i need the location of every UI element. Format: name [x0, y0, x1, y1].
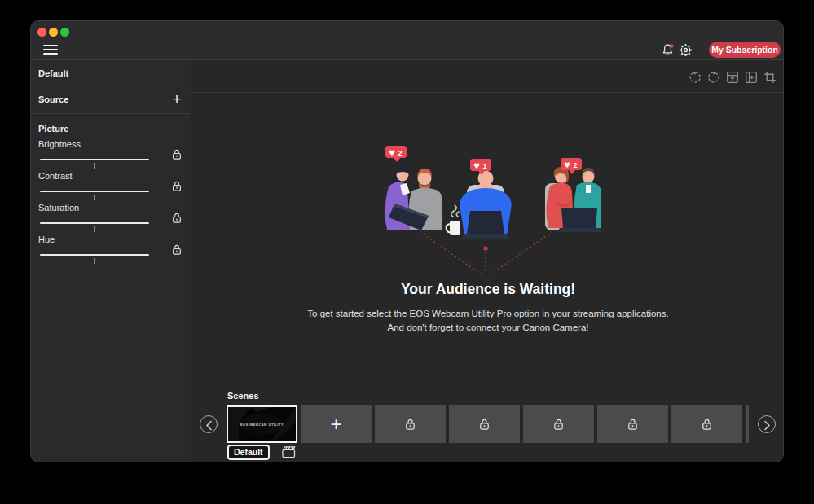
svg-text:2: 2: [398, 149, 402, 157]
lock-icon: [552, 418, 565, 431]
saturation-label: Saturation: [38, 203, 79, 213]
locked-scene-thumbnail[interactable]: [449, 405, 520, 443]
close-button[interactable]: [37, 28, 46, 37]
lock-icon: [404, 418, 416, 431]
titlebar: [31, 21, 783, 39]
scene-thumbnail-strip: EOS WEBCAM UTILITY +: [227, 405, 749, 443]
preview-toolbar: [191, 61, 784, 93]
my-subscription-button[interactable]: My Subscription: [709, 42, 781, 58]
slider-center-tick: [94, 226, 95, 232]
instruction-line-2: And don't forget to connect your Canon C…: [191, 322, 784, 332]
svg-text:♥: ♥: [473, 162, 480, 170]
svg-text:♥: ♥: [564, 161, 570, 169]
flip-horizontal-icon[interactable]: [745, 71, 758, 84]
scenes-next-button[interactable]: [758, 415, 776, 433]
plus-icon: +: [330, 413, 341, 436]
crop-icon[interactable]: [763, 71, 777, 84]
brightness-slider[interactable]: [40, 159, 149, 160]
zoom-button[interactable]: [60, 28, 69, 37]
scenes-prev-button[interactable]: [200, 415, 218, 433]
lock-icon: [627, 418, 639, 431]
svg-text:1: 1: [482, 162, 486, 170]
contrast-slider[interactable]: [40, 191, 149, 192]
locked-scene-thumbnail[interactable]: [746, 405, 749, 443]
hue-label: Hue: [38, 234, 55, 244]
rotate-left-icon[interactable]: [689, 71, 702, 84]
profile-row-default[interactable]: Default: [31, 61, 191, 85]
slider-center-tick: [94, 163, 95, 169]
locked-scene-thumbnail[interactable]: [671, 405, 742, 443]
scene-name-field[interactable]: Default: [227, 445, 270, 460]
hamburger-menu-icon[interactable]: [43, 44, 58, 55]
audience-group-center: [447, 167, 512, 239]
locked-scene-thumbnail[interactable]: [375, 405, 446, 443]
saturation-slider-group: Saturation: [31, 203, 191, 234]
profile-label: Default: [38, 68, 68, 78]
audience-group-right: [545, 167, 601, 232]
lock-icon[interactable]: [171, 180, 183, 192]
rotate-right-icon[interactable]: [707, 71, 720, 84]
main-area: ♥ 2 ♥ 1 ♥ 2 Your Audience is Waiting! To…: [191, 61, 784, 462]
flip-vertical-icon[interactable]: [726, 71, 739, 84]
contrast-label: Contrast: [38, 171, 73, 181]
svg-text:♥: ♥: [389, 149, 395, 157]
scenes-section-label: Scenes: [227, 391, 259, 401]
app-toolbar: My Subscription: [31, 39, 783, 60]
notifications-bell-icon[interactable]: [661, 43, 675, 57]
add-source-button[interactable]: +: [168, 90, 186, 108]
slider-center-tick: [94, 195, 95, 200]
scene-thumbnail-logo-text: EOS WEBCAM UTILITY: [240, 423, 284, 427]
slider-center-tick: [94, 258, 95, 264]
locked-scene-thumbnail[interactable]: [523, 405, 594, 443]
audience-group-left: [385, 167, 442, 230]
audience-illustration: ♥ 2 ♥ 1 ♥ 2: [351, 136, 628, 283]
lock-icon: [701, 418, 713, 431]
add-scene-thumbnail[interactable]: +: [301, 405, 372, 443]
minimize-button[interactable]: [49, 28, 58, 37]
source-row: Source +: [31, 85, 191, 114]
lock-icon[interactable]: [171, 148, 183, 160]
brightness-label: Brightness: [38, 139, 81, 149]
locked-scene-thumbnail[interactable]: [597, 405, 668, 443]
like-badge-left: ♥ 2: [385, 146, 407, 162]
page-title: Your Audience is Waiting!: [191, 281, 784, 298]
sidebar: Default Source + Picture Brightness Cont…: [31, 61, 191, 462]
lock-icon: [478, 418, 491, 431]
lock-icon[interactable]: [171, 212, 183, 224]
svg-text:2: 2: [573, 161, 577, 169]
hue-slider[interactable]: [40, 254, 149, 256]
contrast-slider-group: Contrast: [31, 171, 191, 203]
scene-thumbnail-default[interactable]: EOS WEBCAM UTILITY: [227, 405, 297, 443]
saturation-slider[interactable]: [40, 222, 149, 224]
notification-dot: [671, 44, 674, 47]
brightness-slider-group: Brightness: [31, 139, 191, 171]
app-window: My Subscription Default Source + Picture…: [30, 20, 784, 462]
picture-section-label: Picture: [38, 124, 68, 134]
clapperboard-icon[interactable]: [282, 445, 296, 458]
instruction-line-1: To get started select the EOS Webcam Uti…: [191, 309, 784, 318]
lock-icon[interactable]: [171, 243, 183, 256]
settings-gear-icon[interactable]: [679, 43, 693, 57]
hue-slider-group: Hue: [31, 234, 191, 266]
source-label: Source: [38, 94, 68, 104]
